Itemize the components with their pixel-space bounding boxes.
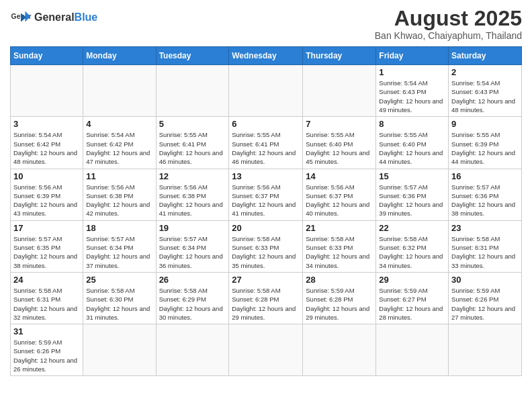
calendar-week-row: 24Sunrise: 5:58 AM Sunset: 6:31 PM Dayli… <box>11 272 522 324</box>
day-number: 9 <box>451 119 519 129</box>
calendar-week-row: 17Sunrise: 5:57 AM Sunset: 6:35 PM Dayli… <box>11 220 522 272</box>
calendar-day-cell <box>229 65 303 117</box>
calendar-table: Sunday Monday Tuesday Wednesday Thursday… <box>10 46 522 376</box>
calendar-header-row: Sunday Monday Tuesday Wednesday Thursday… <box>11 47 522 65</box>
calendar-day-cell: 6Sunrise: 5:55 AM Sunset: 6:41 PM Daylig… <box>229 117 303 169</box>
day-number: 19 <box>159 223 226 233</box>
day-info: Sunrise: 5:59 AM Sunset: 6:27 PM Dayligh… <box>379 286 445 322</box>
day-number: 28 <box>306 275 373 285</box>
day-info: Sunrise: 5:54 AM Sunset: 6:42 PM Dayligh… <box>13 130 80 166</box>
calendar-week-row: 10Sunrise: 5:56 AM Sunset: 6:39 PM Dayli… <box>11 169 522 220</box>
day-number: 24 <box>13 275 80 285</box>
calendar-day-cell <box>11 65 83 117</box>
title-block: August 2025 Ban Khwao, Chaiyaphum, Thail… <box>375 7 522 41</box>
calendar-day-cell: 12Sunrise: 5:56 AM Sunset: 6:38 PM Dayli… <box>156 169 229 220</box>
day-info: Sunrise: 5:56 AM Sunset: 6:37 PM Dayligh… <box>232 183 300 218</box>
day-number: 27 <box>232 275 300 285</box>
day-number: 22 <box>379 223 445 233</box>
col-monday: Monday <box>83 47 156 65</box>
logo-blue: Blue <box>75 11 98 23</box>
day-info: Sunrise: 5:55 AM Sunset: 6:39 PM Dayligh… <box>451 130 519 166</box>
day-info: Sunrise: 5:58 AM Sunset: 6:33 PM Dayligh… <box>232 234 300 270</box>
calendar-week-row: 31Sunrise: 5:59 AM Sunset: 6:26 PM Dayli… <box>11 324 522 376</box>
page-header: General GeneralBlue August 2025 Ban Khwa… <box>10 7 522 41</box>
day-info: Sunrise: 5:55 AM Sunset: 6:40 PM Dayligh… <box>306 130 373 166</box>
day-info: Sunrise: 5:56 AM Sunset: 6:37 PM Dayligh… <box>306 183 373 218</box>
day-info: Sunrise: 5:57 AM Sunset: 6:35 PM Dayligh… <box>13 234 80 270</box>
day-info: Sunrise: 5:57 AM Sunset: 6:36 PM Dayligh… <box>451 183 519 218</box>
calendar-day-cell: 27Sunrise: 5:58 AM Sunset: 6:28 PM Dayli… <box>229 272 303 324</box>
col-friday: Friday <box>376 47 449 65</box>
day-number: 18 <box>86 223 152 233</box>
day-info: Sunrise: 5:58 AM Sunset: 6:31 PM Dayligh… <box>13 286 80 322</box>
calendar-day-cell <box>83 324 156 376</box>
location-subtitle: Ban Khwao, Chaiyaphum, Thailand <box>375 30 522 41</box>
day-number: 26 <box>159 275 226 285</box>
calendar-day-cell: 8Sunrise: 5:55 AM Sunset: 6:40 PM Daylig… <box>376 117 449 169</box>
calendar-day-cell: 15Sunrise: 5:57 AM Sunset: 6:36 PM Dayli… <box>376 169 449 220</box>
calendar-day-cell: 7Sunrise: 5:55 AM Sunset: 6:40 PM Daylig… <box>303 117 376 169</box>
calendar-day-cell: 1Sunrise: 5:54 AM Sunset: 6:43 PM Daylig… <box>376 65 449 117</box>
day-info: Sunrise: 5:54 AM Sunset: 6:43 PM Dayligh… <box>379 79 445 114</box>
day-number: 23 <box>451 223 519 233</box>
day-number: 6 <box>232 119 300 129</box>
day-info: Sunrise: 5:59 AM Sunset: 6:28 PM Dayligh… <box>306 286 373 322</box>
col-thursday: Thursday <box>303 47 376 65</box>
day-number: 8 <box>379 119 445 129</box>
calendar-day-cell: 17Sunrise: 5:57 AM Sunset: 6:35 PM Dayli… <box>11 220 83 272</box>
calendar-day-cell: 24Sunrise: 5:58 AM Sunset: 6:31 PM Dayli… <box>11 272 83 324</box>
calendar-day-cell: 4Sunrise: 5:54 AM Sunset: 6:42 PM Daylig… <box>83 117 156 169</box>
calendar-week-row: 1Sunrise: 5:54 AM Sunset: 6:43 PM Daylig… <box>11 65 522 117</box>
day-info: Sunrise: 5:55 AM Sunset: 6:40 PM Dayligh… <box>379 130 445 166</box>
day-number: 17 <box>13 223 80 233</box>
calendar-day-cell <box>229 324 303 376</box>
calendar-day-cell <box>83 65 156 117</box>
day-number: 11 <box>86 171 152 181</box>
logo: General GeneralBlue <box>10 7 97 28</box>
day-number: 1 <box>379 67 445 77</box>
day-number: 30 <box>451 275 519 285</box>
day-info: Sunrise: 5:57 AM Sunset: 6:34 PM Dayligh… <box>159 234 226 270</box>
col-saturday: Saturday <box>449 47 522 65</box>
col-tuesday: Tuesday <box>156 47 229 65</box>
calendar-day-cell: 18Sunrise: 5:57 AM Sunset: 6:34 PM Dayli… <box>83 220 156 272</box>
calendar-day-cell: 23Sunrise: 5:58 AM Sunset: 6:31 PM Dayli… <box>449 220 522 272</box>
day-info: Sunrise: 5:58 AM Sunset: 6:30 PM Dayligh… <box>86 286 152 322</box>
day-info: Sunrise: 5:57 AM Sunset: 6:34 PM Dayligh… <box>86 234 152 270</box>
day-number: 5 <box>159 119 226 129</box>
calendar-day-cell <box>449 324 522 376</box>
day-info: Sunrise: 5:54 AM Sunset: 6:43 PM Dayligh… <box>451 79 519 114</box>
day-number: 14 <box>306 171 373 181</box>
day-info: Sunrise: 5:58 AM Sunset: 6:33 PM Dayligh… <box>306 234 373 270</box>
calendar-day-cell <box>303 324 376 376</box>
calendar-day-cell: 22Sunrise: 5:58 AM Sunset: 6:32 PM Dayli… <box>376 220 449 272</box>
day-info: Sunrise: 5:57 AM Sunset: 6:36 PM Dayligh… <box>379 183 445 218</box>
day-number: 10 <box>13 171 80 181</box>
day-info: Sunrise: 5:58 AM Sunset: 6:31 PM Dayligh… <box>451 234 519 270</box>
calendar-day-cell: 9Sunrise: 5:55 AM Sunset: 6:39 PM Daylig… <box>449 117 522 169</box>
day-info: Sunrise: 5:58 AM Sunset: 6:29 PM Dayligh… <box>159 286 226 322</box>
day-info: Sunrise: 5:58 AM Sunset: 6:32 PM Dayligh… <box>379 234 445 270</box>
day-info: Sunrise: 5:58 AM Sunset: 6:28 PM Dayligh… <box>232 286 300 322</box>
calendar-day-cell: 31Sunrise: 5:59 AM Sunset: 6:26 PM Dayli… <box>11 324 83 376</box>
calendar-day-cell: 5Sunrise: 5:55 AM Sunset: 6:41 PM Daylig… <box>156 117 229 169</box>
calendar-day-cell <box>156 324 229 376</box>
day-number: 20 <box>232 223 300 233</box>
calendar-day-cell: 11Sunrise: 5:56 AM Sunset: 6:38 PM Dayli… <box>83 169 156 220</box>
day-number: 13 <box>232 171 300 181</box>
day-number: 21 <box>306 223 373 233</box>
day-number: 29 <box>379 275 445 285</box>
calendar-day-cell <box>376 324 449 376</box>
day-info: Sunrise: 5:59 AM Sunset: 6:26 PM Dayligh… <box>451 286 519 322</box>
col-sunday: Sunday <box>11 47 83 65</box>
day-number: 16 <box>451 171 519 181</box>
calendar-day-cell: 19Sunrise: 5:57 AM Sunset: 6:34 PM Dayli… <box>156 220 229 272</box>
day-info: Sunrise: 5:56 AM Sunset: 6:39 PM Dayligh… <box>13 183 80 218</box>
day-info: Sunrise: 5:55 AM Sunset: 6:41 PM Dayligh… <box>159 130 226 166</box>
day-info: Sunrise: 5:54 AM Sunset: 6:42 PM Dayligh… <box>86 130 152 166</box>
logo-icon: General <box>10 7 32 28</box>
calendar-day-cell: 29Sunrise: 5:59 AM Sunset: 6:27 PM Dayli… <box>376 272 449 324</box>
calendar-day-cell: 25Sunrise: 5:58 AM Sunset: 6:30 PM Dayli… <box>83 272 156 324</box>
day-number: 12 <box>159 171 226 181</box>
calendar-day-cell: 20Sunrise: 5:58 AM Sunset: 6:33 PM Dayli… <box>229 220 303 272</box>
